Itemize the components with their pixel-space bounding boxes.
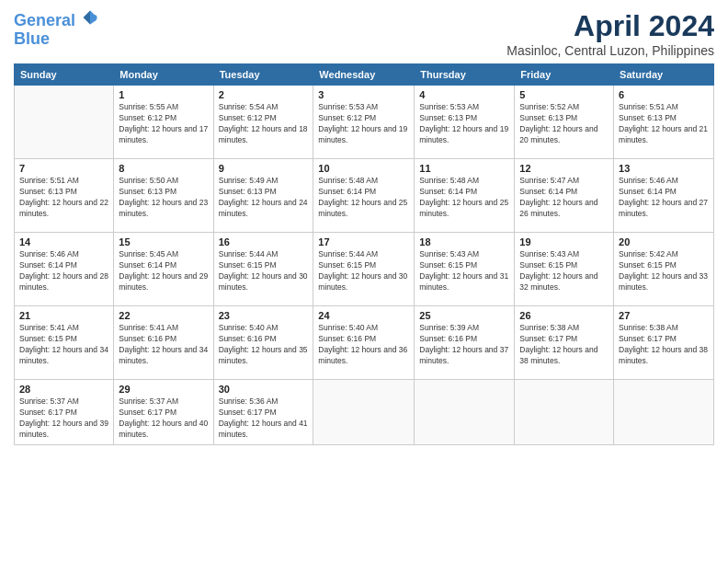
calendar-day-cell: 17Sunrise: 5:44 AMSunset: 6:15 PMDayligh… <box>313 233 415 306</box>
day-number: 20 <box>619 236 709 247</box>
day-number: 12 <box>519 163 609 174</box>
day-info: Sunrise: 5:43 AMSunset: 6:15 PMDaylight:… <box>419 249 509 293</box>
day-number: 13 <box>619 163 709 174</box>
day-number: 29 <box>119 384 208 395</box>
calendar-day-cell: 1Sunrise: 5:55 AMSunset: 6:12 PMDaylight… <box>114 86 213 159</box>
day-info: Sunrise: 5:41 AMSunset: 6:16 PMDaylight:… <box>119 323 208 367</box>
day-number: 28 <box>19 384 108 395</box>
logo-icon <box>82 9 98 26</box>
day-info: Sunrise: 5:51 AMSunset: 6:13 PMDaylight:… <box>619 102 709 146</box>
day-info: Sunrise: 5:39 AMSunset: 6:16 PMDaylight:… <box>419 323 509 367</box>
day-info: Sunrise: 5:48 AMSunset: 6:14 PMDaylight:… <box>419 176 509 220</box>
calendar-day-cell: 8Sunrise: 5:50 AMSunset: 6:13 PMDaylight… <box>114 159 213 233</box>
day-info: Sunrise: 5:54 AMSunset: 6:12 PMDaylight:… <box>219 102 309 146</box>
calendar: SundayMondayTuesdayWednesdayThursdayFrid… <box>14 63 714 445</box>
calendar-day-cell: 18Sunrise: 5:43 AMSunset: 6:15 PMDayligh… <box>415 233 515 306</box>
calendar-day-cell: 14Sunrise: 5:46 AMSunset: 6:14 PMDayligh… <box>15 233 114 306</box>
day-info: Sunrise: 5:38 AMSunset: 6:17 PMDaylight:… <box>519 323 609 367</box>
day-number: 11 <box>419 163 509 174</box>
day-info: Sunrise: 5:37 AMSunset: 6:17 PMDaylight:… <box>119 396 208 441</box>
calendar-day-cell: 28Sunrise: 5:37 AMSunset: 6:17 PMDayligh… <box>15 380 114 445</box>
day-info: Sunrise: 5:38 AMSunset: 6:17 PMDaylight:… <box>619 323 709 367</box>
day-number: 30 <box>219 384 309 395</box>
day-number: 1 <box>119 89 208 100</box>
day-number: 17 <box>318 236 409 247</box>
calendar-day-cell: 7Sunrise: 5:51 AMSunset: 6:13 PMDaylight… <box>15 159 114 233</box>
header: General Blue April 2024 Masinloc, Centra… <box>14 9 714 58</box>
calendar-day-cell: 27Sunrise: 5:38 AMSunset: 6:17 PMDayligh… <box>614 306 714 380</box>
logo-general: General <box>14 11 75 29</box>
month-title: April 2024 <box>506 9 714 43</box>
calendar-week-row: 28Sunrise: 5:37 AMSunset: 6:17 PMDayligh… <box>15 380 714 445</box>
calendar-day-cell: 6Sunrise: 5:51 AMSunset: 6:13 PMDaylight… <box>614 86 714 159</box>
calendar-day-cell: 13Sunrise: 5:46 AMSunset: 6:14 PMDayligh… <box>614 159 714 233</box>
title-block: April 2024 Masinloc, Central Luzon, Phil… <box>506 9 714 58</box>
day-info: Sunrise: 5:52 AMSunset: 6:13 PMDaylight:… <box>519 102 609 146</box>
day-number: 26 <box>519 310 609 321</box>
day-number: 5 <box>519 89 609 100</box>
day-number: 10 <box>318 163 409 174</box>
page: General Blue April 2024 Masinloc, Centra… <box>0 0 728 563</box>
calendar-day-cell: 21Sunrise: 5:41 AMSunset: 6:15 PMDayligh… <box>15 306 114 380</box>
calendar-day-cell: 29Sunrise: 5:37 AMSunset: 6:17 PMDayligh… <box>114 380 213 445</box>
calendar-day-cell: 16Sunrise: 5:44 AMSunset: 6:15 PMDayligh… <box>213 233 313 306</box>
day-info: Sunrise: 5:40 AMSunset: 6:16 PMDaylight:… <box>219 323 309 367</box>
day-number: 8 <box>119 163 208 174</box>
day-number: 16 <box>219 236 309 247</box>
day-number: 2 <box>219 89 309 100</box>
day-info: Sunrise: 5:43 AMSunset: 6:15 PMDaylight:… <box>519 249 609 293</box>
day-info: Sunrise: 5:50 AMSunset: 6:13 PMDaylight:… <box>119 176 208 220</box>
calendar-day-cell <box>614 380 714 445</box>
calendar-week-row: 7Sunrise: 5:51 AMSunset: 6:13 PMDaylight… <box>15 159 714 233</box>
day-info: Sunrise: 5:55 AMSunset: 6:12 PMDaylight:… <box>119 102 208 146</box>
calendar-day-cell <box>313 380 415 445</box>
day-info: Sunrise: 5:45 AMSunset: 6:14 PMDaylight:… <box>119 249 208 293</box>
day-number: 23 <box>219 310 309 321</box>
day-info: Sunrise: 5:44 AMSunset: 6:15 PMDaylight:… <box>219 249 309 293</box>
weekday-header: Monday <box>114 64 213 86</box>
day-info: Sunrise: 5:36 AMSunset: 6:17 PMDaylight:… <box>219 396 309 441</box>
weekday-header: Friday <box>515 64 614 86</box>
calendar-week-row: 1Sunrise: 5:55 AMSunset: 6:12 PMDaylight… <box>15 86 714 159</box>
calendar-day-cell: 24Sunrise: 5:40 AMSunset: 6:16 PMDayligh… <box>313 306 415 380</box>
day-number: 24 <box>318 310 409 321</box>
day-number: 15 <box>119 236 208 247</box>
weekday-header: Thursday <box>415 64 515 86</box>
day-number: 18 <box>419 236 509 247</box>
calendar-day-cell: 30Sunrise: 5:36 AMSunset: 6:17 PMDayligh… <box>213 380 313 445</box>
day-info: Sunrise: 5:37 AMSunset: 6:17 PMDaylight:… <box>19 396 108 441</box>
calendar-day-cell: 9Sunrise: 5:49 AMSunset: 6:13 PMDaylight… <box>213 159 313 233</box>
logo: General Blue <box>14 9 98 49</box>
day-number: 3 <box>318 89 409 100</box>
day-info: Sunrise: 5:46 AMSunset: 6:14 PMDaylight:… <box>19 249 108 293</box>
calendar-week-row: 21Sunrise: 5:41 AMSunset: 6:15 PMDayligh… <box>15 306 714 380</box>
weekday-header: Saturday <box>614 64 714 86</box>
day-info: Sunrise: 5:48 AMSunset: 6:14 PMDaylight:… <box>318 176 409 220</box>
day-number: 6 <box>619 89 709 100</box>
day-info: Sunrise: 5:42 AMSunset: 6:15 PMDaylight:… <box>619 249 709 293</box>
day-info: Sunrise: 5:46 AMSunset: 6:14 PMDaylight:… <box>619 176 709 220</box>
calendar-day-cell: 4Sunrise: 5:53 AMSunset: 6:13 PMDaylight… <box>415 86 515 159</box>
day-number: 21 <box>19 310 108 321</box>
day-info: Sunrise: 5:51 AMSunset: 6:13 PMDaylight:… <box>19 176 108 220</box>
day-info: Sunrise: 5:49 AMSunset: 6:13 PMDaylight:… <box>219 176 309 220</box>
day-number: 19 <box>519 236 609 247</box>
calendar-day-cell: 26Sunrise: 5:38 AMSunset: 6:17 PMDayligh… <box>515 306 614 380</box>
day-number: 7 <box>19 163 108 174</box>
day-number: 25 <box>419 310 509 321</box>
location-title: Masinloc, Central Luzon, Philippines <box>506 43 714 58</box>
calendar-day-cell: 12Sunrise: 5:47 AMSunset: 6:14 PMDayligh… <box>515 159 614 233</box>
calendar-day-cell: 22Sunrise: 5:41 AMSunset: 6:16 PMDayligh… <box>114 306 213 380</box>
calendar-header-row: SundayMondayTuesdayWednesdayThursdayFrid… <box>15 64 714 86</box>
logo-blue: Blue <box>14 30 98 49</box>
day-info: Sunrise: 5:53 AMSunset: 6:13 PMDaylight:… <box>419 102 509 146</box>
day-number: 9 <box>219 163 309 174</box>
day-info: Sunrise: 5:41 AMSunset: 6:15 PMDaylight:… <box>19 323 108 367</box>
day-number: 14 <box>19 236 108 247</box>
calendar-week-row: 14Sunrise: 5:46 AMSunset: 6:14 PMDayligh… <box>15 233 714 306</box>
calendar-day-cell: 11Sunrise: 5:48 AMSunset: 6:14 PMDayligh… <box>415 159 515 233</box>
logo-text: General <box>14 9 98 30</box>
calendar-day-cell <box>515 380 614 445</box>
calendar-day-cell: 2Sunrise: 5:54 AMSunset: 6:12 PMDaylight… <box>213 86 313 159</box>
calendar-day-cell: 15Sunrise: 5:45 AMSunset: 6:14 PMDayligh… <box>114 233 213 306</box>
